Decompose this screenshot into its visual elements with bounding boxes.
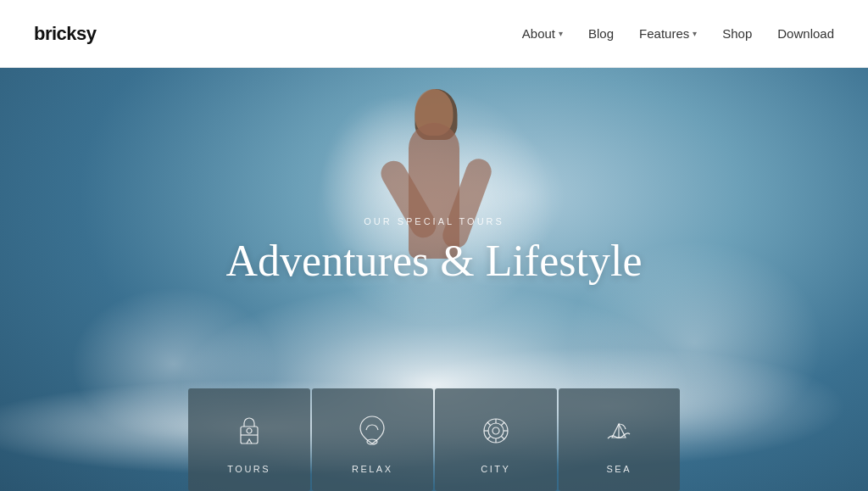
svg-point-1 bbox=[247, 428, 252, 433]
svg-line-11 bbox=[501, 437, 504, 440]
tour-card-sea[interactable]: SEA bbox=[559, 388, 681, 491]
logo[interactable]: bricksy bbox=[34, 23, 97, 45]
tours-icon bbox=[228, 410, 270, 452]
svg-line-10 bbox=[487, 422, 491, 426]
chevron-down-icon: ▾ bbox=[693, 29, 697, 38]
tour-card-tours[interactable]: TOURS bbox=[188, 388, 310, 491]
svg-point-4 bbox=[488, 423, 504, 438]
tour-card-relax[interactable]: RELAX bbox=[312, 388, 434, 491]
nav-label: Features bbox=[639, 26, 689, 41]
tour-card-label: CITY bbox=[481, 464, 510, 474]
svg-line-12 bbox=[501, 422, 504, 426]
nav-item-features[interactable]: Features▾ bbox=[639, 26, 697, 41]
tour-card-label: SEA bbox=[606, 464, 632, 474]
nav-item-about[interactable]: About▾ bbox=[522, 26, 563, 41]
svg-line-13 bbox=[487, 437, 491, 440]
nav: About▾BlogFeatures▾ShopDownload bbox=[522, 26, 834, 41]
hero-subtitle: OUR SPECIAL TOURS bbox=[180, 216, 688, 226]
nav-item-blog[interactable]: Blog bbox=[588, 26, 614, 41]
tour-card-label: TOURS bbox=[227, 464, 270, 474]
hero-title: Adventures & Lifestyle bbox=[180, 237, 688, 285]
nav-item-shop[interactable]: Shop bbox=[722, 26, 752, 41]
header: bricksy About▾BlogFeatures▾ShopDownload bbox=[0, 0, 868, 68]
hero-content: OUR SPECIAL TOURS Adventures & Lifestyle bbox=[180, 216, 688, 285]
nav-label: About bbox=[522, 26, 555, 41]
nav-item-download[interactable]: Download bbox=[777, 26, 834, 41]
nav-label: Blog bbox=[588, 26, 614, 41]
svg-point-5 bbox=[492, 427, 499, 434]
city-icon bbox=[475, 410, 517, 452]
tour-cards: TOURS RELAX CITY SEA bbox=[188, 388, 680, 491]
tour-card-label: RELAX bbox=[352, 464, 393, 474]
chevron-down-icon: ▾ bbox=[559, 29, 563, 38]
tour-card-city[interactable]: CITY bbox=[435, 388, 557, 491]
nav-label: Shop bbox=[722, 26, 752, 41]
hero-section: OUR SPECIAL TOURS Adventures & Lifestyle… bbox=[0, 68, 868, 491]
relax-icon bbox=[351, 410, 393, 452]
sea-icon bbox=[598, 410, 640, 452]
nav-label: Download bbox=[777, 26, 834, 41]
